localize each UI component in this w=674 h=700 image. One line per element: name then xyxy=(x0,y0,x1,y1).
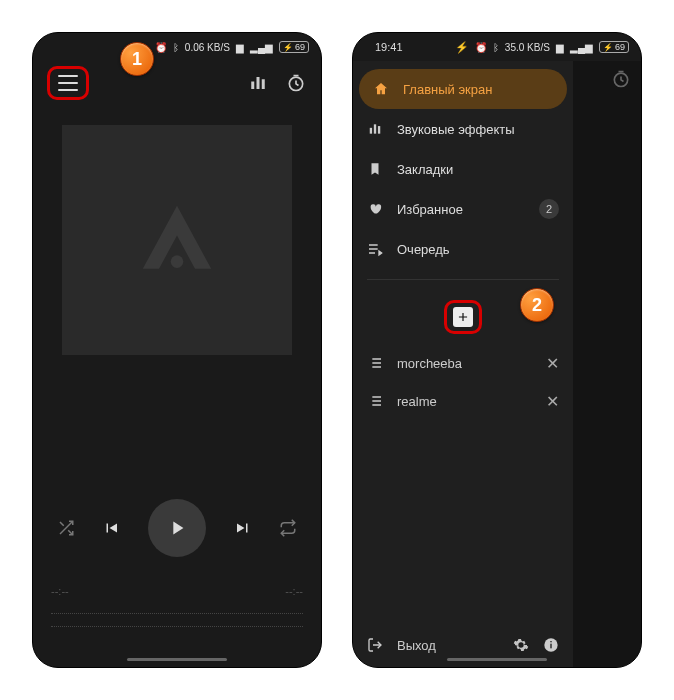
info-button[interactable] xyxy=(543,637,559,653)
nav-label: Звуковые эффекты xyxy=(397,122,515,137)
svg-rect-0 xyxy=(251,82,254,90)
hamburger-menu-button[interactable] xyxy=(58,75,78,91)
nav-label: Закладки xyxy=(397,162,453,177)
bt-icon: ᛒ xyxy=(493,42,499,53)
status-bar: 19:41 ⚡ ⏰ ᛒ 35.0 KB/S ▆ ▂▄▆ 69 xyxy=(353,33,641,61)
gesture-bar xyxy=(127,658,227,661)
heart-icon xyxy=(367,201,383,217)
playlist-name: realme xyxy=(397,394,437,409)
phone-drawer-screen: 19:41 ⚡ ⏰ ᛒ 35.0 KB/S ▆ ▂▄▆ 69 Главный э… xyxy=(352,32,642,668)
annotation-callout-2: 2 xyxy=(520,288,554,322)
wifi-icon: ▆ xyxy=(236,42,244,53)
remove-playlist-button[interactable]: ✕ xyxy=(546,354,559,373)
equalizer-icon xyxy=(367,121,383,137)
shuffle-button[interactable] xyxy=(57,519,75,537)
time-elapsed: --:-- xyxy=(51,585,69,597)
nav-favorites[interactable]: Избранное 2 xyxy=(353,189,573,229)
navigation-drawer: Главный экран Звуковые эффекты Закладки … xyxy=(353,61,573,667)
exit-label[interactable]: Выход xyxy=(397,638,436,653)
svg-rect-1 xyxy=(257,77,260,89)
signal-icon: ▂▄▆ xyxy=(250,42,273,53)
bookmark-icon xyxy=(367,161,383,177)
net-speed: 0.06 xyxy=(185,42,204,53)
aimp-logo-icon xyxy=(132,195,222,285)
svg-rect-11 xyxy=(550,641,551,642)
annotation-callout-1: 1 xyxy=(120,42,154,76)
playlist-name: morcheeba xyxy=(397,356,462,371)
add-playlist-button[interactable] xyxy=(453,307,473,327)
svg-rect-8 xyxy=(378,126,380,134)
list-icon xyxy=(367,393,383,409)
callout-highlight-2 xyxy=(444,300,482,334)
top-bar xyxy=(33,61,321,105)
nav-home[interactable]: Главный экран xyxy=(359,69,567,109)
divider xyxy=(367,279,559,280)
battery-indicator: 69 xyxy=(279,41,309,53)
playlist-item[interactable]: morcheeba ✕ xyxy=(353,344,573,382)
album-art-placeholder xyxy=(62,125,292,355)
queue-icon xyxy=(367,241,383,257)
status-bar: ⏰ ᛒ 0.06 KB/S ▆ ▂▄▆ 69 xyxy=(33,33,321,61)
play-button[interactable] xyxy=(148,499,206,557)
battery-indicator: 69 xyxy=(599,41,629,53)
svg-rect-2 xyxy=(262,79,265,89)
svg-rect-6 xyxy=(370,128,372,134)
settings-button[interactable] xyxy=(513,637,529,653)
next-button[interactable] xyxy=(234,519,252,537)
nav-bookmarks[interactable]: Закладки xyxy=(353,149,573,189)
nav-label: Очередь xyxy=(397,242,450,257)
clock: 19:41 xyxy=(365,41,403,53)
bolt-icon: ⚡ xyxy=(455,41,469,54)
wifi-icon: ▆ xyxy=(556,42,564,53)
sleep-timer-button-peek xyxy=(611,69,631,93)
favorites-count-badge: 2 xyxy=(539,199,559,219)
list-icon xyxy=(367,355,383,371)
time-bar: --:-- --:-- xyxy=(33,585,321,597)
gesture-bar xyxy=(447,658,547,661)
signal-icon: ▂▄▆ xyxy=(570,42,593,53)
net-speed: 35.0 xyxy=(505,42,524,53)
phone-player-screen: ⏰ ᛒ 0.06 KB/S ▆ ▂▄▆ 69 xyxy=(32,32,322,668)
nav-effects[interactable]: Звуковые эффекты xyxy=(353,109,573,149)
repeat-button[interactable] xyxy=(279,519,297,537)
nav-queue[interactable]: Очередь xyxy=(353,229,573,269)
exit-icon xyxy=(367,637,383,653)
home-icon xyxy=(373,81,389,97)
previous-button[interactable] xyxy=(102,519,120,537)
alarm-icon: ⏰ xyxy=(155,42,167,53)
svg-rect-10 xyxy=(550,644,551,649)
sleep-timer-button[interactable] xyxy=(285,72,307,94)
time-total: --:-- xyxy=(285,585,303,597)
playback-controls xyxy=(33,499,321,557)
equalizer-button[interactable] xyxy=(247,72,269,94)
nav-label: Главный экран xyxy=(403,82,492,97)
alarm-icon: ⏰ xyxy=(475,42,487,53)
remove-playlist-button[interactable]: ✕ xyxy=(546,392,559,411)
waveform-seekbar[interactable] xyxy=(51,613,303,627)
bt-icon: ᛒ xyxy=(173,42,179,53)
svg-point-4 xyxy=(171,255,184,268)
playlist-item[interactable]: realme ✕ xyxy=(353,382,573,420)
nav-label: Избранное xyxy=(397,202,463,217)
svg-rect-7 xyxy=(374,124,376,133)
callout-highlight-1 xyxy=(47,66,89,100)
